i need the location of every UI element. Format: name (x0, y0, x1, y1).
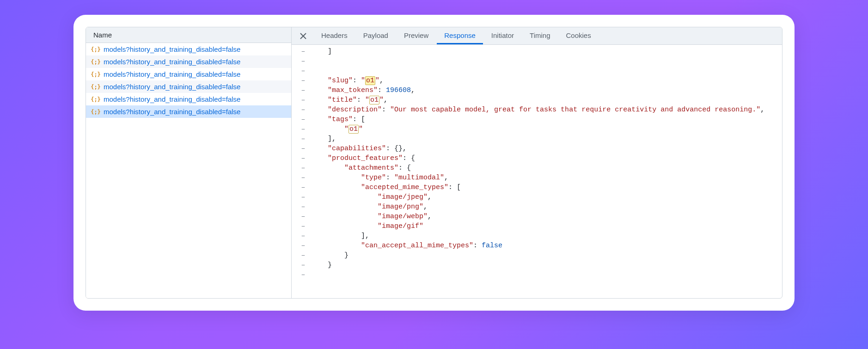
column-header-name[interactable]: Name (86, 27, 291, 43)
request-row[interactable]: {;}models?history_and_training_disabled=… (86, 105, 291, 118)
json-icon: {;} (92, 71, 100, 78)
tab-payload[interactable]: Payload (356, 27, 396, 44)
json-icon: {;} (92, 96, 100, 103)
request-label: models?history_and_training_disabled=fal… (104, 83, 240, 91)
json-icon: {;} (92, 84, 100, 90)
request-label: models?history_and_training_disabled=fal… (104, 58, 240, 66)
response-body[interactable]: – ]––– "slug": "o1",– "max_tokens": 1966… (292, 45, 782, 298)
json-icon: {;} (92, 59, 100, 65)
request-list: {;}models?history_and_training_disabled=… (86, 43, 291, 298)
tab-preview[interactable]: Preview (397, 27, 436, 44)
json-icon: {;} (92, 109, 100, 115)
request-label: models?history_and_training_disabled=fal… (104, 45, 240, 53)
devtools-window: Name {;}models?history_and_training_disa… (73, 15, 795, 311)
tab-initiator[interactable]: Initiator (484, 27, 521, 44)
request-row[interactable]: {;}models?history_and_training_disabled=… (86, 55, 291, 68)
tab-headers[interactable]: Headers (314, 27, 355, 44)
tab-cookies[interactable]: Cookies (558, 27, 598, 44)
tab-timing[interactable]: Timing (522, 27, 557, 44)
request-row[interactable]: {;}models?history_and_training_disabled=… (86, 93, 291, 105)
response-panel: HeadersPayloadPreviewResponseInitiatorTi… (292, 27, 782, 298)
devtools-panel: Name {;}models?history_and_training_disa… (86, 27, 782, 299)
close-icon[interactable] (294, 27, 312, 44)
request-label: models?history_and_training_disabled=fal… (104, 95, 240, 103)
detail-tabbar: HeadersPayloadPreviewResponseInitiatorTi… (292, 27, 782, 45)
tabs: HeadersPayloadPreviewResponseInitiatorTi… (312, 27, 599, 44)
json-icon: {;} (92, 46, 100, 53)
request-row[interactable]: {;}models?history_and_training_disabled=… (86, 43, 291, 55)
request-row[interactable]: {;}models?history_and_training_disabled=… (86, 80, 291, 93)
tab-response[interactable]: Response (437, 27, 483, 44)
request-label: models?history_and_training_disabled=fal… (104, 70, 240, 78)
request-row[interactable]: {;}models?history_and_training_disabled=… (86, 68, 291, 80)
request-label: models?history_and_training_disabled=fal… (104, 108, 240, 116)
network-request-sidebar: Name {;}models?history_and_training_disa… (86, 27, 292, 298)
